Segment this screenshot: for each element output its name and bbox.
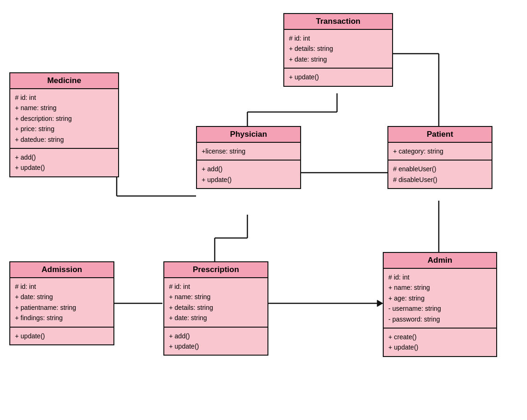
patient-methods: # enableUser() # disableUser() [388,161,492,188]
prescription-attributes: # id: int + name: string + details: stri… [164,278,267,328]
patient-method-1: # enableUser() [393,164,487,174]
physician-method-2: + update() [202,175,295,185]
transaction-method-1: + update() [289,72,387,82]
admin-attributes: # id: int + name: string + age: string -… [384,269,496,329]
medicine-attr-1: # id: int [15,92,113,103]
admission-attr-4: + findings: string [15,313,109,323]
diagram-container: Medicine # id: int + name: string + desc… [0,0,527,420]
admin-method-1: + create() [388,332,492,342]
prescription-attr-3: + details: string [169,302,263,313]
medicine-attr-5: + datedue: string [15,134,113,145]
admission-attr-1: # id: int [15,281,109,292]
prescription-attr-1: # id: int [169,281,263,292]
physician-method-1: + add() [202,164,295,174]
admin-attr-2: + name: string [388,282,492,293]
transaction-methods: + update() [284,69,392,85]
prescription-methods: + add() + update() [164,328,267,355]
transaction-attributes: # id: int + details: string + date: stri… [284,30,392,69]
admission-method-1: + update() [15,331,109,341]
transaction-title: Transaction [284,14,392,30]
patient-attr-1: + category: string [393,146,487,156]
admin-title: Admin [384,253,496,269]
admin-class: Admin # id: int + name: string + age: st… [383,252,497,357]
admin-methods: + create() + update() [384,329,496,356]
admin-attr-5: - password: string [388,314,492,324]
admin-attr-3: + age: string [388,293,492,303]
patient-attributes: + category: string [388,143,492,161]
admission-title: Admission [10,262,113,278]
physician-methods: + add() + update() [197,161,300,188]
svg-marker-15 [377,300,383,307]
medicine-title: Medicine [10,73,118,89]
prescription-method-2: + update() [169,341,263,351]
admin-attr-4: - username: string [388,303,492,314]
physician-attr-1: +license: string [202,146,295,156]
physician-class: Physician +license: string + add() + upd… [196,126,301,189]
physician-title: Physician [197,127,300,143]
physician-attributes: +license: string [197,143,300,161]
transaction-attr-3: + date: string [289,54,387,64]
patient-method-2: # disableUser() [393,175,487,185]
medicine-class: Medicine # id: int + name: string + desc… [9,72,119,177]
patient-title: Patient [388,127,492,143]
admin-attr-1: # id: int [388,272,492,282]
admin-method-2: + update() [388,342,492,352]
transaction-attr-1: # id: int [289,33,387,43]
admission-methods: + update() [10,328,113,344]
medicine-attributes: # id: int + name: string + description: … [10,89,118,149]
medicine-attr-4: + price: string [15,124,113,134]
transaction-class: Transaction # id: int + details: string … [283,13,393,87]
medicine-method-1: + add() [15,152,113,162]
medicine-method-2: + update() [15,162,113,173]
prescription-attr-4: + date: string [169,313,263,323]
transaction-attr-2: + details: string [289,43,387,54]
admission-attributes: # id: int + date: string + patientname: … [10,278,113,328]
medicine-methods: + add() + update() [10,149,118,176]
connectors-svg [0,0,527,420]
prescription-title: Prescription [164,262,267,278]
admission-class: Admission # id: int + date: string + pat… [9,261,114,345]
prescription-method-1: + add() [169,331,263,341]
admission-attr-2: + date: string [15,292,109,302]
patient-class: Patient + category: string # enableUser(… [387,126,492,189]
medicine-attr-2: + name: string [15,103,113,113]
medicine-attr-3: + description: string [15,113,113,124]
prescription-attr-2: + name: string [169,292,263,302]
admission-attr-3: + patientname: string [15,302,109,313]
prescription-class: Prescription # id: int + name: string + … [163,261,268,356]
